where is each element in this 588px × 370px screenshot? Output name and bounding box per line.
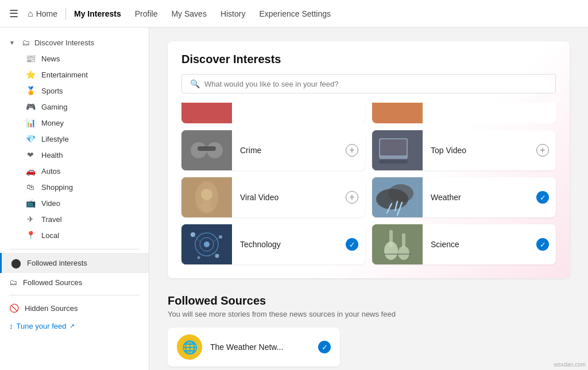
nav-links: My Interests Profile My Saves History Ex… (74, 9, 331, 18)
sidebar-hidden-sources[interactable]: 🚫 Hidden Sources (0, 299, 149, 317)
sidebar-item-entertainment[interactable]: ⭐ Entertainment (0, 67, 149, 83)
add-viral-icon[interactable]: + (346, 191, 358, 204)
sidebar-tune-feed[interactable]: ↕ Tune your feed ↗ (0, 317, 149, 335)
card-action-tech[interactable]: ✓ (339, 238, 365, 251)
sidebar-discover-group: ▼ 🗂 Discover Interests 📰 News ⭐ Entertai… (0, 32, 149, 246)
sidebar-item-news[interactable]: 📰 News (0, 50, 149, 67)
source-name-weather-network: The Weather Netw... (210, 342, 310, 352)
sidebar-discover-label: Discover Interests (34, 38, 94, 47)
sidebar-divider-1 (9, 249, 140, 250)
card-image-crime (181, 130, 232, 170)
search-input[interactable] (204, 80, 547, 88)
search-icon: 🔍 (190, 79, 200, 88)
sidebar-item-news-label: News (41, 54, 60, 63)
add-crime-icon[interactable]: + (346, 144, 358, 157)
hamburger-icon[interactable]: ☰ (9, 7, 18, 20)
card-image-science (372, 224, 423, 264)
nav-my-interests[interactable]: My Interests (74, 9, 121, 18)
main-content: Discover Interests 🔍 (149, 28, 588, 370)
sidebar-hidden-sources-label: Hidden Sources (25, 304, 78, 313)
sidebar-item-video[interactable]: 📺 Video (0, 195, 149, 211)
nav-divider (65, 8, 66, 20)
sidebar-item-shopping[interactable]: 🛍 Shopping (0, 179, 149, 195)
sidebar-item-shopping-label: Shopping (41, 183, 73, 192)
sidebar-followed-interests-label: Followed interests (27, 259, 87, 267)
card-action-topvideo[interactable]: + (529, 144, 556, 157)
interest-card-science[interactable]: Science ✓ (372, 224, 556, 264)
sidebar-item-local-label: Local (41, 231, 59, 240)
card-action-science[interactable]: ✓ (529, 238, 556, 251)
chevron-down-icon: ▼ (9, 40, 15, 46)
sidebar-divider-2 (9, 295, 140, 295)
tune-feed-icon: ↕ (9, 322, 13, 330)
nav-profile[interactable]: Profile (135, 9, 158, 18)
home-link[interactable]: ⌂ Home (28, 9, 57, 19)
sidebar-item-health[interactable]: ❤ Health (0, 147, 149, 163)
watermark: wsxdan.com (554, 361, 586, 368)
svg-point-10 (201, 189, 212, 200)
sidebar: ▼ 🗂 Discover Interests 📰 News ⭐ Entertai… (0, 28, 149, 370)
partial-card-2[interactable] (372, 103, 556, 123)
followed-sources-subtitle: You will see more stories from these new… (168, 310, 570, 318)
partial-card-image-2 (372, 103, 423, 123)
svg-point-27 (215, 254, 219, 258)
svg-rect-6 (380, 139, 407, 155)
followed-weather-icon: ✓ (536, 191, 549, 204)
card-body-viral: Viral Video (232, 193, 339, 202)
interest-card-weather[interactable]: Weather ✓ (372, 177, 556, 217)
svg-rect-32 (402, 233, 405, 247)
card-action-viral[interactable]: + (339, 191, 365, 204)
local-icon: 📍 (25, 231, 36, 240)
hidden-sources-icon: 🚫 (9, 303, 19, 313)
sidebar-item-lifestyle-label: Lifestyle (41, 135, 69, 143)
video-icon: 📺 (25, 198, 36, 208)
sidebar-item-money[interactable]: 📊 Money (0, 115, 149, 131)
svg-point-26 (198, 256, 200, 259)
shopping-icon: 🛍 (25, 182, 36, 192)
interest-card-topvideo[interactable]: Top Video + (372, 130, 556, 170)
topnav: ☰ ⌂ Home My Interests Profile My Saves H… (0, 0, 588, 28)
sidebar-followed-sources[interactable]: 🗂 Followed Sources (0, 273, 149, 291)
news-icon: 📰 (25, 54, 36, 63)
source-card-weather-network[interactable]: 🌐 The Weather Netw... ✓ (168, 328, 340, 367)
sidebar-item-local[interactable]: 📍 Local (0, 227, 149, 243)
source-followed-icon[interactable]: ✓ (318, 341, 331, 353)
card-action-weather[interactable]: ✓ (529, 191, 556, 204)
nav-history[interactable]: History (220, 9, 246, 18)
card-image-weather (372, 177, 423, 217)
sports-icon: 🏅 (25, 86, 36, 95)
svg-point-34 (398, 246, 409, 260)
sidebar-item-gaming[interactable]: 🎮 Gaming (0, 99, 149, 115)
discover-icon: 🗂 (22, 38, 30, 47)
card-body-crime: Crime (232, 146, 339, 155)
card-action-crime[interactable]: + (339, 144, 365, 157)
external-link-icon: ↗ (69, 322, 75, 330)
card-image-viral (181, 177, 232, 217)
money-icon: 📊 (25, 118, 36, 127)
search-bar[interactable]: 🔍 (181, 74, 556, 94)
source-logo-weather-network: 🌐 (177, 334, 202, 360)
sidebar-discover-header[interactable]: ▼ 🗂 Discover Interests (0, 34, 149, 50)
sidebar-item-autos[interactable]: 🚗 Autos (0, 163, 149, 179)
nav-experience-settings[interactable]: Experience Settings (259, 9, 331, 18)
sidebar-item-lifestyle[interactable]: 💎 Lifestyle (0, 131, 149, 147)
partial-card-image-1 (181, 103, 232, 123)
sidebar-item-sports-label: Sports (41, 87, 63, 95)
interest-card-crime[interactable]: Crime + (181, 130, 365, 170)
sidebar-item-entertainment-label: Entertainment (41, 71, 88, 79)
sidebar-followed-interests[interactable]: ⬤ Followed interests (0, 253, 149, 273)
sidebar-item-video-label: Video (41, 199, 60, 208)
travel-icon: ✈ (25, 215, 36, 224)
sidebar-item-gaming-label: Gaming (41, 103, 68, 111)
interest-card-tech[interactable]: Technology ✓ (181, 224, 365, 264)
sidebar-followed-sources-label: Followed Sources (23, 278, 82, 287)
layout: ▼ 🗂 Discover Interests 📰 News ⭐ Entertai… (0, 28, 588, 370)
sidebar-item-sports[interactable]: 🏅 Sports (0, 83, 149, 99)
interest-card-viral[interactable]: Viral Video + (181, 177, 365, 217)
add-topvideo-icon[interactable]: + (536, 144, 549, 157)
sidebar-item-travel[interactable]: ✈ Travel (0, 211, 149, 227)
partial-card-1[interactable] (181, 103, 365, 123)
nav-my-saves[interactable]: My Saves (171, 9, 206, 18)
followed-science-icon: ✓ (536, 238, 549, 251)
svg-rect-3 (198, 146, 216, 151)
